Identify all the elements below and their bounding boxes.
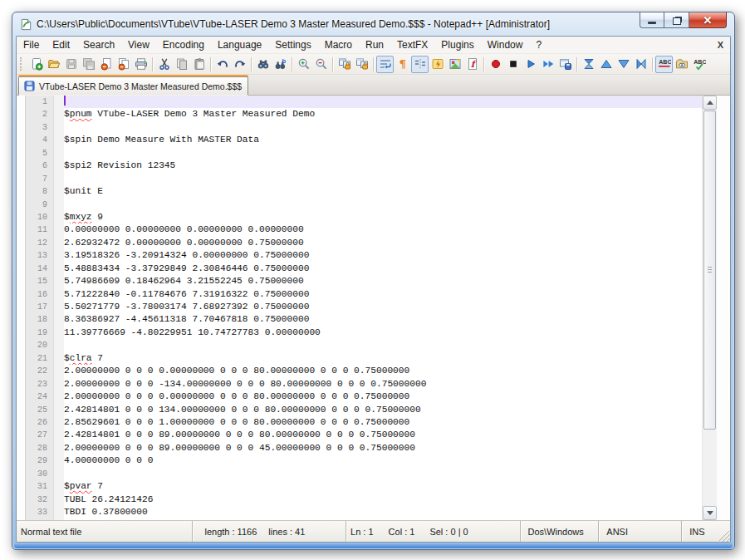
editor-line[interactable]: 6$spi2 Revision 12345 <box>26 160 702 172</box>
document-map-button[interactable] <box>446 56 463 73</box>
menu-textfx[interactable]: TextFX <box>390 37 434 53</box>
editor-line[interactable]: 7 <box>26 173 702 185</box>
triangle-up-button[interactable] <box>597 56 615 73</box>
menu-run[interactable]: Run <box>359 37 390 53</box>
editor-line[interactable]: 145.48883434 -3.37929849 2.30846446 0.75… <box>26 263 702 275</box>
find-button[interactable] <box>254 56 272 73</box>
line-text <box>64 468 702 480</box>
close-all-button[interactable] <box>115 56 132 73</box>
editor-line[interactable]: 21$clra 7 <box>26 352 702 365</box>
undo-button[interactable] <box>213 56 231 73</box>
editor-line[interactable]: 20 <box>26 339 702 351</box>
text-area[interactable]: 12$pnum VTube-LASER Demo 3 Master Measur… <box>25 96 702 520</box>
function-list-button[interactable]: f <box>463 56 481 73</box>
zoom-out-button[interactable] <box>312 56 330 73</box>
zoom-in-button[interactable] <box>295 56 312 73</box>
editor-line[interactable]: 3 <box>26 121 702 134</box>
copy-button[interactable] <box>173 56 190 73</box>
menu-help[interactable]: ? <box>529 37 548 53</box>
spell-check-strike-button[interactable]: ABC <box>655 56 673 73</box>
editor-line[interactable]: 30 <box>26 468 702 480</box>
scrollbar-thumb[interactable] <box>703 111 716 430</box>
open-file-button[interactable] <box>45 56 62 73</box>
editor-line[interactable]: 1 <box>26 96 702 108</box>
editor-line[interactable]: 122.62932472 0.00000000 0.00000000 0.750… <box>26 237 702 249</box>
editor-line[interactable]: 294.00000000 0 0 0 <box>26 454 702 467</box>
save-file-button[interactable] <box>62 56 80 73</box>
macro-play-button[interactable] <box>522 56 539 73</box>
editor-line[interactable]: 252.42814801 0 0 0 134.00000000 0 0 0 80… <box>26 404 702 416</box>
bookmark-margin <box>54 288 64 301</box>
macro-run-multiple-button[interactable] <box>539 56 556 73</box>
editor-line[interactable]: 272.42814801 0 0 0 89.00000000 0 0 0 80.… <box>26 429 702 441</box>
editor-line[interactable]: 9 <box>26 199 702 211</box>
menu-language[interactable]: Language <box>211 37 268 53</box>
editor-line[interactable]: 155.74986609 0.18462964 3.21552245 0.750… <box>26 275 702 287</box>
scroll-up-button[interactable] <box>703 96 717 110</box>
collapse-fold-button[interactable] <box>580 56 597 73</box>
menu-window[interactable]: Window <box>481 37 530 53</box>
editor-line[interactable]: 10$mxyz 9 <box>26 211 702 224</box>
editor-line[interactable]: 165.71222840 -0.11784676 7.31916322 0.75… <box>26 288 702 301</box>
sync-horizontal-scroll-button[interactable] <box>353 56 370 73</box>
menu-encoding[interactable]: Encoding <box>156 37 211 53</box>
scroll-down-button[interactable] <box>703 506 717 520</box>
editor-line[interactable]: 33TBDI 0.37800000 <box>26 506 702 518</box>
macro-stop-button[interactable] <box>504 56 522 73</box>
sync-vertical-scroll-button[interactable] <box>336 56 353 73</box>
editor-line[interactable]: 262.85629601 0 0 0 1.00000000 0 0 0 80.0… <box>26 416 702 429</box>
spell-check-button[interactable]: ABC <box>690 56 708 73</box>
print-button[interactable] <box>132 56 149 73</box>
macro-record-button[interactable] <box>487 56 504 73</box>
editor-line[interactable]: 175.50271779 -3.78003174 7.68927392 0.75… <box>26 301 702 313</box>
menu-macro[interactable]: Macro <box>318 37 359 53</box>
new-file-button[interactable] <box>27 56 45 73</box>
tab-active-document[interactable]: VTube-LASER Demo 3 Master Measured Demo.… <box>18 76 248 96</box>
menu-file[interactable]: File <box>17 37 46 53</box>
minimize-button[interactable] <box>640 12 664 28</box>
close-button[interactable]: ✕ <box>689 12 727 28</box>
editor-line[interactable]: 2$pnum VTube-LASER Demo 3 Master Measure… <box>26 108 702 120</box>
scroll-up-icon <box>707 101 713 105</box>
menu-edit[interactable]: Edit <box>46 37 76 53</box>
show-indent-guide-button[interactable] <box>411 56 429 73</box>
menu-plugins[interactable]: Plugins <box>434 37 480 53</box>
user-defined-dialog-button[interactable] <box>429 56 446 73</box>
vertical-scrollbar[interactable] <box>702 96 717 520</box>
uncollapse-fold-button[interactable] <box>632 56 649 73</box>
line-text: $spi2 Revision 12345 <box>64 160 702 172</box>
line-text: $pvar 7 <box>64 480 702 493</box>
resize-grip[interactable] <box>719 531 730 542</box>
editor-line[interactable]: 242.00000000 0 0 0 0.00000000 0 0 0 80.0… <box>26 391 702 403</box>
cut-button[interactable] <box>155 56 173 73</box>
menu-close-document-button[interactable]: X <box>718 40 723 50</box>
editor-line[interactable]: 188.36386927 -4.45611318 7.70467818 0.75… <box>26 313 702 326</box>
menu-view[interactable]: View <box>121 37 156 53</box>
view-document-button[interactable] <box>673 56 690 73</box>
menu-settings[interactable]: Settings <box>268 37 317 53</box>
paste-button[interactable] <box>190 56 208 73</box>
save-all-button[interactable] <box>80 56 97 73</box>
redo-button[interactable] <box>231 56 248 73</box>
editor-line[interactable]: 5 <box>26 147 702 160</box>
word-wrap-button[interactable] <box>376 56 394 73</box>
editor-line[interactable]: 282.00000000 0 0 0 89.00000000 0 0 0 45.… <box>26 442 702 454</box>
title-bar[interactable]: C:\Users\Public\Documents\VTube\VTube-LA… <box>12 12 734 36</box>
editor-line[interactable]: 222.00000000 0 0 0 0.00000000 0 0 0 80.0… <box>26 365 702 377</box>
macro-save-button[interactable] <box>556 56 574 73</box>
triangle-down-button[interactable] <box>615 56 632 73</box>
editor-line[interactable]: 31$pvar 7 <box>26 480 702 493</box>
editor-line[interactable]: 232.00000000 0 0 0 -134.00000000 0 0 0 8… <box>26 378 702 391</box>
editor-line[interactable]: 4$spin Demo Measure With MASTER Data <box>26 134 702 146</box>
editor-line[interactable]: 32TUBL 26.24121426 <box>26 494 702 506</box>
replace-button[interactable]: b <box>272 56 289 73</box>
editor-line[interactable]: 110.00000000 0.00000000 0.00000000 0.000… <box>26 224 702 236</box>
restore-button[interactable] <box>664 12 689 28</box>
editor-line[interactable]: 8$unit E <box>26 185 702 198</box>
editor-line[interactable]: 133.19518326 -3.20914324 0.00000000 0.75… <box>26 249 702 262</box>
spell-check-icon: ABC <box>693 57 706 71</box>
editor-line[interactable]: 1911.39776669 -4.80229951 10.74727783 0.… <box>26 327 702 339</box>
menu-search[interactable]: Search <box>76 37 121 53</box>
show-all-characters-button[interactable]: ¶ <box>394 56 411 73</box>
close-file-button[interactable] <box>97 56 115 73</box>
